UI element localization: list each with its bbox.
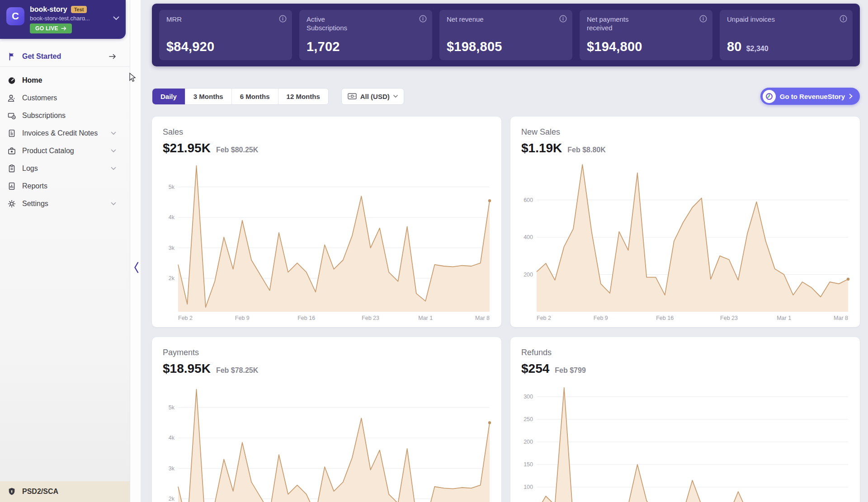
chevron-down-icon[interactable] — [113, 16, 119, 20]
svg-text:Feb 2: Feb 2 — [537, 315, 551, 321]
chevron-down-icon — [111, 167, 116, 170]
period-segmented-control: Daily 3 Months 6 Months 12 Months — [152, 88, 329, 105]
sidebar-collapse-button[interactable] — [131, 259, 141, 276]
get-started-label: Get Started — [22, 52, 61, 61]
sidebar: C book-story Test book-story-test.charg.… — [0, 0, 130, 502]
nav-label: Settings — [22, 200, 48, 208]
info-icon[interactable] — [840, 15, 847, 23]
chevron-down-icon — [111, 149, 116, 153]
chart-card-payments: Payments $18.95K Feb $78.25K 2k3k4k5kFeb… — [152, 337, 501, 502]
kpi-label: Active Subscriptions — [307, 15, 365, 33]
svg-text:600: 600 — [524, 197, 533, 203]
nav-label: Reports — [22, 182, 47, 190]
logs-icon — [7, 164, 16, 173]
chart-card-new-sales: New Sales $1.19K Feb $8.80K 200400600Feb… — [510, 117, 860, 327]
svg-text:400: 400 — [524, 234, 533, 240]
svg-text:5k: 5k — [169, 404, 175, 411]
go-live-button[interactable]: GO LIVE — [30, 23, 72, 33]
sidebar-item-home[interactable]: Home — [0, 71, 130, 89]
chart-comparison-value: Feb $80.25K — [216, 146, 258, 154]
svg-text:3k: 3k — [169, 465, 175, 472]
refunds-area-chart[interactable]: 50100150200250300Feb 2Feb 9Feb 16Feb 23M… — [520, 380, 852, 502]
nav-label: Invoices & Credit Notes — [22, 129, 98, 137]
svg-text:Mar 8: Mar 8 — [475, 315, 490, 321]
kpi-card-net-payments[interactable]: Net payments received $194,800 — [580, 10, 712, 60]
reports-icon — [7, 182, 16, 191]
svg-text:Feb 9: Feb 9 — [235, 315, 250, 321]
chart-current-value: $21.95K — [163, 141, 211, 155]
chart-card-sales: Sales $21.95K Feb $80.25K 2k3k4k5kFeb 2F… — [152, 117, 501, 327]
revenuestory-icon — [763, 90, 776, 103]
sidebar-item-logs[interactable]: Logs — [0, 160, 130, 177]
go-to-revenuestory-button[interactable]: Go to RevenueStory — [760, 88, 860, 105]
period-6-months-button[interactable]: 6 Months — [232, 89, 278, 104]
chart-title: Sales — [163, 127, 491, 137]
period-daily-button[interactable]: Daily — [152, 89, 185, 104]
sidebar-item-subscriptions[interactable]: Subscriptions — [0, 107, 130, 124]
nav-label: Subscriptions — [22, 112, 66, 120]
sidebar-item-settings[interactable]: Settings — [0, 195, 130, 212]
svg-text:150: 150 — [524, 461, 533, 468]
sidebar-item-product-catalog[interactable]: Product Catalog — [0, 142, 130, 160]
svg-text:4k: 4k — [169, 214, 175, 221]
gear-icon — [7, 199, 16, 208]
svg-text:Feb 9: Feb 9 — [594, 315, 608, 321]
kpi-card-active-subscriptions[interactable]: Active Subscriptions 1,702 — [299, 10, 432, 60]
svg-text:Feb 23: Feb 23 — [720, 315, 738, 321]
sidebar-item-psd2-sca[interactable]: PSD2/SCA — [0, 481, 130, 502]
chevron-down-icon — [111, 131, 116, 135]
nav-label: Logs — [22, 164, 38, 173]
svg-text:Feb 16: Feb 16 — [297, 315, 315, 321]
chart-current-value: $18.95K — [163, 361, 211, 376]
period-3-months-button[interactable]: 3 Months — [185, 89, 232, 104]
sales-area-chart[interactable]: 2k3k4k5kFeb 2Feb 9Feb 16Feb 23Mar 1Mar 8 — [162, 160, 493, 323]
chevron-right-icon — [849, 94, 853, 99]
sidebar-item-customers[interactable]: Customers — [0, 89, 130, 107]
nav-label: Customers — [22, 94, 57, 102]
kpi-card-mrr[interactable]: MRR $84,920 — [159, 10, 292, 60]
svg-text:3k: 3k — [169, 245, 175, 251]
sidebar-item-get-started[interactable]: Get Started — [0, 46, 130, 67]
kpi-card-net-revenue[interactable]: Net revenue $198,805 — [439, 10, 572, 60]
svg-text:5k: 5k — [169, 184, 175, 190]
svg-text:200: 200 — [524, 272, 533, 278]
svg-text:300: 300 — [524, 394, 533, 400]
kpi-label: MRR — [166, 15, 225, 24]
kpi-label: Unpaid invoices — [727, 15, 786, 24]
chart-current-value: $254 — [521, 361, 549, 376]
kpi-value: $84,920 — [166, 39, 214, 54]
chargebee-logo: C — [6, 7, 24, 25]
sidebar-item-invoices[interactable]: Invoices & Credit Notes — [0, 124, 130, 142]
product-catalog-icon — [7, 146, 16, 155]
banknote-icon — [348, 93, 357, 99]
nav-label: Product Catalog — [22, 147, 74, 155]
svg-text:Mar 1: Mar 1 — [777, 315, 791, 321]
new-sales-area-chart[interactable]: 200400600Feb 2Feb 9Feb 16Feb 23Mar 1Mar … — [520, 160, 852, 323]
svg-text:100: 100 — [524, 484, 533, 490]
kpi-label: Net revenue — [447, 15, 505, 24]
svg-text:250: 250 — [524, 416, 533, 422]
kpi-card-unpaid-invoices[interactable]: Unpaid invoices 80 $2,340 — [720, 10, 853, 60]
svg-text:Feb 23: Feb 23 — [362, 315, 379, 321]
chart-current-value: $1.19K — [521, 141, 562, 155]
svg-text:Feb 2: Feb 2 — [178, 315, 193, 321]
currency-dropdown[interactable]: All (USD) — [341, 88, 404, 105]
sidebar-item-reports[interactable]: Reports — [0, 177, 130, 195]
revenuestory-label: Go to RevenueStory — [780, 93, 845, 100]
payments-area-chart[interactable]: 2k3k4k5kFeb 2Feb 9Feb 16Feb 23Mar 1Mar 8 — [162, 380, 493, 502]
org-switcher[interactable]: C book-story Test book-story-test.charg.… — [0, 0, 126, 39]
info-icon[interactable] — [559, 15, 567, 23]
svg-text:Feb 16: Feb 16 — [656, 315, 674, 321]
sidebar-nav: Home Customers Subscriptions Invoices & … — [0, 67, 130, 212]
org-name: book-story — [30, 5, 67, 14]
kpi-value: $198,805 — [447, 39, 502, 54]
filter-row: Daily 3 Months 6 Months 12 Months All (U… — [152, 88, 860, 105]
main-content: MRR $84,920 Active Subscriptions 1,702 N… — [141, 0, 868, 502]
period-12-months-button[interactable]: 12 Months — [278, 89, 328, 104]
info-icon[interactable] — [279, 15, 287, 23]
kpi-value: 1,702 — [307, 39, 340, 54]
info-icon[interactable] — [419, 15, 427, 23]
info-icon[interactable] — [699, 15, 707, 23]
svg-text:2k: 2k — [169, 275, 175, 281]
kpi-value: $194,800 — [587, 39, 642, 54]
